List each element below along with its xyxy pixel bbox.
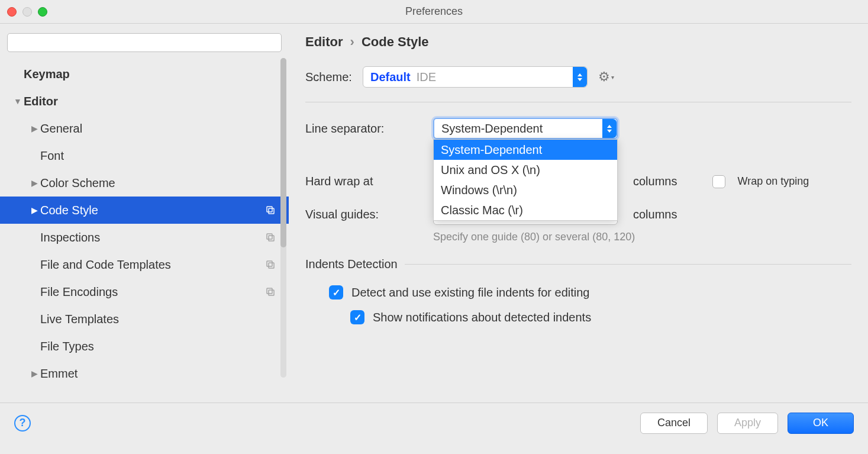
- window-title: Preferences: [405, 5, 463, 18]
- indents-detection-section-label: Indents Detection: [305, 257, 398, 271]
- tree-item-emmet[interactable]: ▶Emmet: [0, 360, 289, 387]
- svg-rect-4: [269, 263, 274, 268]
- detect-indents-label: Detect and use existing file indents for…: [351, 286, 589, 300]
- dropdown-option[interactable]: System-Dependent: [434, 140, 617, 160]
- tree-item-general[interactable]: ▶General: [0, 115, 289, 142]
- visual-guides-label: Visual guides:: [305, 208, 421, 221]
- tree-arrow-icon: ▼: [12, 96, 24, 106]
- divider: [405, 264, 851, 265]
- tree-item-label: Editor: [24, 95, 282, 108]
- cancel-button[interactable]: Cancel: [640, 413, 708, 434]
- hard-wrap-unit: columns: [633, 175, 677, 188]
- ok-button[interactable]: OK: [788, 413, 854, 434]
- scheme-copy-icon: [265, 205, 276, 215]
- scheme-badge: IDE: [417, 70, 436, 84]
- dropdown-option[interactable]: Windows (\r\n): [434, 180, 617, 200]
- tree-item-label: Code Style: [40, 204, 265, 217]
- svg-rect-5: [267, 261, 272, 266]
- show-notifications-checkbox[interactable]: ✓: [350, 310, 364, 324]
- tree-arrow-icon: ▶: [28, 178, 40, 188]
- scheme-copy-icon: [265, 232, 276, 243]
- help-icon: ?: [20, 417, 26, 429]
- window-zoom-button[interactable]: [38, 7, 47, 17]
- window-titlebar: Preferences: [0, 0, 868, 24]
- breadcrumb-part-editor[interactable]: Editor: [305, 34, 343, 50]
- svg-rect-3: [267, 234, 272, 239]
- settings-tree: Keymap▼Editor▶GeneralFont▶Color Scheme▶C…: [0, 60, 289, 387]
- tree-item-color-scheme[interactable]: ▶Color Scheme: [0, 169, 289, 197]
- help-button[interactable]: ?: [14, 415, 31, 432]
- tree-arrow-icon: ▶: [28, 124, 40, 133]
- wrap-on-typing-checkbox[interactable]: [712, 175, 725, 188]
- scheme-dropdown[interactable]: Default IDE: [363, 66, 588, 88]
- dialog-footer: ? Cancel Apply OK: [0, 403, 868, 443]
- tree-item-label: Keymap: [24, 67, 282, 81]
- svg-rect-1: [267, 207, 272, 212]
- tree-item-label: Inspections: [40, 231, 265, 244]
- tree-item-label: File and Code Templates: [40, 258, 265, 272]
- chevron-down-icon: ▾: [611, 74, 614, 81]
- main-panel: Editor › Code Style Scheme: Default IDE …: [289, 24, 868, 403]
- gear-icon: ⚙: [598, 69, 610, 85]
- tree-item-inspections[interactable]: Inspections: [0, 224, 289, 251]
- sidebar-scrollbar-thumb[interactable]: [280, 58, 286, 247]
- breadcrumb-part-codestyle: Code Style: [362, 34, 429, 50]
- tree-item-code-style[interactable]: ▶Code Style: [0, 197, 289, 224]
- tree-item-live-templates[interactable]: Live Templates: [0, 305, 289, 333]
- tree-item-label: Live Templates: [40, 313, 282, 326]
- breadcrumb: Editor › Code Style: [305, 34, 851, 50]
- tree-item-file-and-code-templates[interactable]: File and Code Templates: [0, 251, 289, 278]
- scheme-label: Scheme:: [305, 70, 352, 84]
- dropdown-spinner-icon: [573, 67, 587, 87]
- check-icon: ✓: [333, 287, 340, 298]
- search-input[interactable]: [7, 33, 282, 52]
- show-notifications-label: Show notifications about detected indent…: [373, 311, 591, 324]
- wrap-on-typing-label: Wrap on typing: [737, 175, 809, 188]
- svg-rect-7: [267, 288, 272, 294]
- tree-item-label: General: [40, 122, 282, 136]
- tree-item-editor[interactable]: ▼Editor: [0, 88, 289, 115]
- detect-indents-checkbox[interactable]: ✓: [329, 285, 343, 300]
- dropdown-spinner-icon: [602, 119, 617, 138]
- dropdown-option[interactable]: Classic Mac (\r): [434, 200, 617, 220]
- scheme-copy-icon: [265, 286, 276, 297]
- tree-item-label: Emmet: [40, 367, 282, 381]
- visual-guides-unit: columns: [633, 208, 677, 221]
- scheme-value: Default: [370, 70, 411, 84]
- sidebar: 🔍▾ Keymap▼Editor▶GeneralFont▶Color Schem…: [0, 24, 289, 403]
- window-close-button[interactable]: [7, 7, 17, 17]
- tree-item-label: Font: [40, 149, 282, 163]
- hard-wrap-label: Hard wrap at: [305, 175, 421, 188]
- svg-rect-6: [269, 290, 274, 295]
- breadcrumb-separator: ›: [350, 34, 354, 50]
- line-separator-dropdown-menu: System-DependentUnix and OS X (\n)Window…: [433, 139, 618, 221]
- visual-guides-hint: Specify one guide (80) or several (80, 1…: [433, 231, 851, 243]
- tree-item-font[interactable]: Font: [0, 142, 289, 169]
- tree-item-file-encodings[interactable]: File Encodings: [0, 278, 289, 305]
- line-separator-dropdown[interactable]: System-Dependent: [433, 118, 618, 139]
- tree-item-label: File Types: [40, 340, 282, 353]
- svg-rect-0: [269, 208, 274, 214]
- line-separator-label: Line separator:: [305, 122, 421, 136]
- tree-item-label: Color Scheme: [40, 176, 282, 190]
- tree-item-label: File Encodings: [40, 285, 265, 299]
- dropdown-option[interactable]: Unix and OS X (\n): [434, 160, 617, 180]
- apply-button[interactable]: Apply: [717, 413, 778, 434]
- svg-rect-2: [269, 236, 274, 241]
- tree-item-keymap[interactable]: Keymap: [0, 60, 289, 88]
- window-minimize-button[interactable]: [22, 7, 32, 17]
- scheme-gear-button[interactable]: ⚙ ▾: [598, 69, 614, 85]
- scheme-copy-icon: [265, 259, 276, 270]
- tree-arrow-icon: ▶: [28, 369, 40, 378]
- divider: [305, 102, 851, 102]
- line-separator-value: System-Dependent: [441, 122, 543, 136]
- tree-item-file-types[interactable]: File Types: [0, 333, 289, 360]
- tree-arrow-icon: ▶: [28, 205, 40, 215]
- check-icon: ✓: [354, 312, 362, 323]
